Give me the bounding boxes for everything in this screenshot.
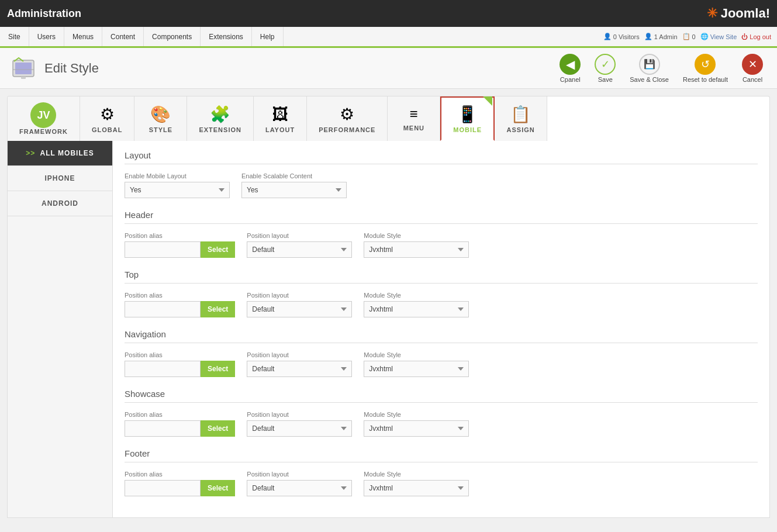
- nav-right: 👤 0 Visitors 👤 1 Admin 📋 0 🌐 View Site ⏻…: [598, 27, 777, 46]
- footer-alias-input[interactable]: [125, 480, 201, 496]
- cpanel-button[interactable]: ◀ Cpanel: [555, 51, 585, 85]
- nav-module-label: Module Style: [364, 351, 469, 358]
- navigation-section: Navigation Position alias Select Positio…: [125, 329, 758, 377]
- tab-bar: JV FRAMEWORK ⚙ GLOBAL 🎨 STYLE 🧩 EXTENSIO…: [7, 96, 770, 141]
- layout-section: Layout Enable Mobile Layout Yes No Enabl…: [125, 150, 758, 198]
- layout-icon: 🖼: [272, 105, 288, 124]
- save-close-button[interactable]: 💾 Save & Close: [625, 51, 674, 85]
- top-position-alias-group: Position alias Select: [125, 292, 235, 317]
- top-alias-input[interactable]: [125, 301, 201, 317]
- top-layout-select[interactable]: Default: [247, 301, 352, 317]
- save-button[interactable]: ✓ Save: [590, 51, 620, 85]
- showcase-position-layout-group: Position layout Default: [247, 411, 352, 437]
- header-module-select[interactable]: Jvxhtml: [364, 241, 469, 258]
- showcase-module-style-group: Module Style Jvxhtml: [364, 411, 469, 437]
- right-panel: Layout Enable Mobile Layout Yes No Enabl…: [113, 141, 769, 517]
- top-module-select[interactable]: Jvxhtml: [364, 301, 469, 317]
- showcase-section-title: Showcase: [125, 389, 758, 403]
- header-module-style-group: Module Style Jvxhtml: [364, 232, 469, 258]
- joomla-logo: ✳ Joomla!: [707, 6, 770, 21]
- mobile-icon: 📱: [457, 105, 478, 124]
- nav-help[interactable]: Help: [252, 27, 284, 46]
- sidebar-item-android[interactable]: ANDROID: [8, 191, 112, 216]
- footer-module-select[interactable]: Jvxhtml: [364, 480, 469, 496]
- tab-assign[interactable]: 📋 ASSIGN: [495, 96, 547, 141]
- navigation-section-title: Navigation: [125, 329, 758, 343]
- header-position-alias-group: Position alias Select: [125, 232, 235, 258]
- showcase-form-row: Position alias Select Position layout De…: [125, 411, 758, 437]
- reset-button[interactable]: ↺ Reset to default: [678, 51, 733, 85]
- tab-layout[interactable]: 🖼 LAYOUT: [254, 96, 307, 141]
- footer-module-label: Module Style: [364, 471, 469, 478]
- logout-link[interactable]: ⏻ Log out: [741, 33, 771, 40]
- header-alias-label: Position alias: [125, 232, 235, 239]
- nav-components[interactable]: Components: [144, 27, 201, 46]
- footer-layout-select[interactable]: Default: [247, 480, 352, 496]
- layout-section-title: Layout: [125, 150, 758, 164]
- cancel-button[interactable]: ✕ Cancel: [737, 51, 768, 85]
- showcase-alias-input[interactable]: [125, 420, 201, 437]
- enable-mobile-layout-group: Enable Mobile Layout Yes No: [125, 172, 230, 198]
- nav-users[interactable]: Users: [29, 27, 64, 46]
- toolbar-icon: [9, 54, 37, 82]
- header-alias-input[interactable]: [125, 241, 201, 258]
- tab-mobile[interactable]: 📱 MOBILE: [440, 96, 495, 141]
- footer-position-row: Select: [125, 480, 235, 496]
- topbar: Administration ✳ Joomla!: [0, 0, 777, 27]
- framework-icon: JV: [30, 102, 56, 128]
- tab-performance[interactable]: ⚙ PERFORMANCE: [307, 96, 388, 141]
- header-form-row: Position alias Select Position layout De…: [125, 232, 758, 258]
- tab-menu[interactable]: ≡ MENU: [388, 96, 440, 141]
- header-select-button[interactable]: Select: [201, 241, 235, 258]
- nav-layout-label: Position layout: [247, 351, 352, 358]
- nav-module-style-group: Module Style Jvxhtml: [364, 351, 469, 377]
- toolbar-buttons: ◀ Cpanel ✓ Save 💾 Save & Close ↺ Reset t…: [555, 51, 768, 85]
- tab-style[interactable]: 🎨 STYLE: [134, 96, 187, 141]
- top-section: Top Position alias Select Position layou…: [125, 270, 758, 317]
- top-position-layout-group: Position layout Default: [247, 292, 352, 317]
- tab-extension[interactable]: 🧩 EXTENSION: [187, 96, 254, 141]
- nav-content[interactable]: Content: [102, 27, 144, 46]
- nav-alias-label: Position alias: [125, 351, 235, 358]
- nav-extensions[interactable]: Extensions: [201, 27, 252, 46]
- nav-site[interactable]: Site: [0, 27, 29, 46]
- layout-form-row: Enable Mobile Layout Yes No Enable Scala…: [125, 172, 758, 198]
- arrow-icon: >>: [26, 149, 37, 157]
- showcase-section: Showcase Position alias Select Position …: [125, 389, 758, 437]
- toolbar: Edit Style ◀ Cpanel ✓ Save 💾 Save & Clos…: [0, 48, 777, 89]
- sidebar-item-all-mobiles[interactable]: >> ALL MOBILES: [8, 141, 112, 166]
- nav-layout-select[interactable]: Default: [247, 361, 352, 377]
- footer-select-button[interactable]: Select: [201, 480, 235, 496]
- nav-select-button[interactable]: Select: [201, 361, 235, 377]
- showcase-select-button[interactable]: Select: [201, 420, 235, 437]
- enable-scalable-select[interactable]: Yes No: [241, 182, 347, 198]
- navigation-form-row: Position alias Select Position layout De…: [125, 351, 758, 377]
- view-site-link[interactable]: 🌐 View Site: [700, 33, 737, 40]
- content-area: >> ALL MOBILES IPHONE ANDROID Layout Ena…: [7, 141, 770, 518]
- sidebar-item-iphone[interactable]: IPHONE: [8, 166, 112, 191]
- top-section-title: Top: [125, 270, 758, 284]
- header-section: Header Position alias Select Position la…: [125, 210, 758, 258]
- nav-position-alias-group: Position alias Select: [125, 351, 235, 377]
- tab-framework[interactable]: JV FRAMEWORK: [8, 96, 80, 141]
- assign-icon: 📋: [510, 105, 531, 124]
- performance-icon: ⚙: [340, 105, 354, 124]
- footer-section-title: Footer: [125, 448, 758, 462]
- header-layout-label: Position layout: [247, 232, 352, 239]
- top-position-row: Select: [125, 301, 235, 317]
- showcase-layout-select[interactable]: Default: [247, 420, 352, 437]
- sidebar: >> ALL MOBILES IPHONE ANDROID: [8, 141, 113, 517]
- top-select-button[interactable]: Select: [201, 301, 235, 317]
- nav-position-row: Select: [125, 361, 235, 377]
- nav-menus[interactable]: Menus: [64, 27, 102, 46]
- header-position-row: Select: [125, 241, 235, 258]
- nav-module-select[interactable]: Jvxhtml: [364, 361, 469, 377]
- header-layout-select[interactable]: Default: [247, 241, 352, 258]
- showcase-module-select[interactable]: Jvxhtml: [364, 420, 469, 437]
- showcase-module-label: Module Style: [364, 411, 469, 418]
- tab-global[interactable]: ⚙ GLOBAL: [80, 96, 134, 141]
- nav-alias-input[interactable]: [125, 361, 201, 377]
- enable-mobile-select[interactable]: Yes No: [125, 182, 230, 198]
- enable-mobile-label: Enable Mobile Layout: [125, 172, 230, 179]
- svg-rect-3: [21, 77, 26, 79]
